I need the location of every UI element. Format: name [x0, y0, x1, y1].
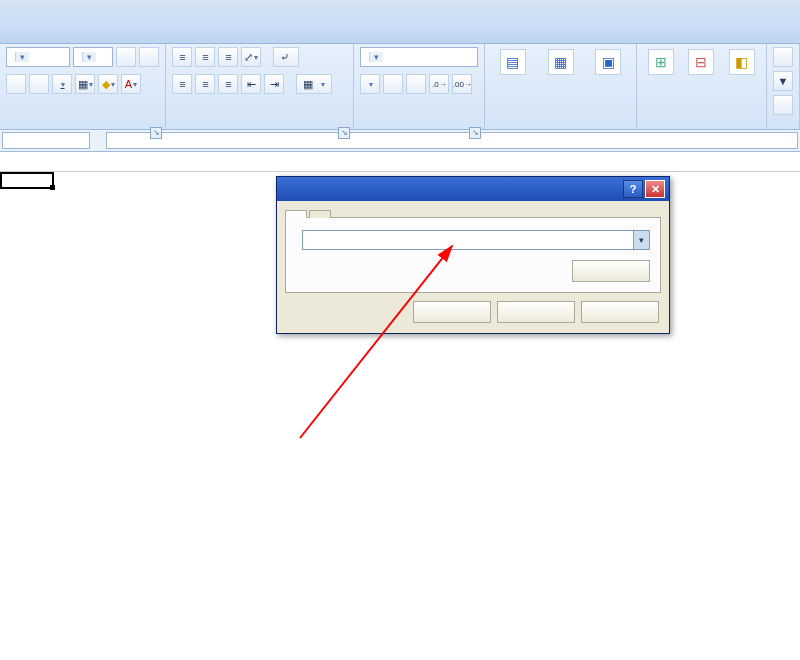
- format-cell-button[interactable]: ◧: [724, 47, 760, 77]
- number-format-combo[interactable]: ▾: [360, 47, 478, 67]
- formula-bar: [0, 130, 800, 152]
- font-size-combo[interactable]: ▾: [73, 47, 113, 67]
- menu-bar: [0, 20, 800, 44]
- find-all-button[interactable]: [413, 301, 491, 323]
- help-button[interactable]: ?: [623, 180, 643, 198]
- fill-color-button[interactable]: ◆: [98, 74, 118, 94]
- group-cells: ⊞ ⊟ ◧: [637, 44, 767, 129]
- indent-button[interactable]: ⇥: [264, 74, 284, 94]
- cell-style-button[interactable]: ▣: [586, 47, 630, 77]
- align-top-button[interactable]: ≡: [172, 47, 192, 67]
- find-replace-dialog: ? ✕ ▾: [276, 176, 670, 334]
- group-number: ▾ .0→ .00→ ↘: [354, 44, 485, 129]
- ribbon: ▾ ▾ ▦ ◆ A ↘ ≡ ≡ ≡ ⤢ ⤶: [0, 44, 800, 130]
- chevron-down-icon[interactable]: ▾: [633, 231, 649, 249]
- table-format-icon: ▦: [548, 49, 574, 75]
- comma-button[interactable]: [406, 74, 426, 94]
- merge-center-button[interactable]: ▦▾: [296, 74, 332, 94]
- chevron-down-icon[interactable]: ▾: [369, 52, 383, 62]
- fx-label[interactable]: [92, 130, 104, 151]
- delete-icon: ⊟: [688, 49, 714, 75]
- clear-button[interactable]: [773, 95, 793, 115]
- shrink-font-button[interactable]: [139, 47, 159, 67]
- tab-replace[interactable]: [309, 210, 331, 218]
- merge-icon: ▦: [303, 78, 313, 91]
- tab-find[interactable]: [285, 210, 307, 218]
- font-color-button[interactable]: A: [121, 74, 141, 94]
- fill-button[interactable]: ▼: [773, 71, 793, 91]
- wrap-text-button[interactable]: ⤶: [273, 47, 299, 67]
- chevron-down-icon[interactable]: ▾: [82, 52, 96, 62]
- grow-font-button[interactable]: [116, 47, 136, 67]
- align-middle-button[interactable]: ≡: [195, 47, 215, 67]
- conditional-format-button[interactable]: ▤: [491, 47, 535, 77]
- format-icon: ◧: [729, 49, 755, 75]
- find-input-combo[interactable]: ▾: [302, 230, 650, 250]
- dialog-launcher-icon[interactable]: ↘: [150, 127, 162, 139]
- bold-button[interactable]: [6, 74, 26, 94]
- orientation-button[interactable]: ⤢: [241, 47, 261, 67]
- group-styles: ▤ ▦ ▣: [485, 44, 637, 129]
- options-button[interactable]: [572, 260, 650, 282]
- border-button[interactable]: ▦: [75, 74, 95, 94]
- font-name-combo[interactable]: ▾: [6, 47, 70, 67]
- delete-cell-button[interactable]: ⊟: [683, 47, 719, 77]
- align-left-button[interactable]: ≡: [172, 74, 192, 94]
- increase-decimal-button[interactable]: .0→: [429, 74, 449, 94]
- format-table-button[interactable]: ▦: [539, 47, 583, 77]
- title-bar: [0, 0, 800, 20]
- percent-button[interactable]: [383, 74, 403, 94]
- conditional-format-icon: ▤: [500, 49, 526, 75]
- group-align: ≡ ≡ ≡ ⤢ ⤶ ≡ ≡ ≡ ⇤ ⇥ ▦▾ ↘: [166, 44, 354, 129]
- dialog-title-bar[interactable]: ? ✕: [277, 177, 669, 201]
- name-box[interactable]: [2, 132, 90, 149]
- align-center-button[interactable]: ≡: [195, 74, 215, 94]
- dialog-launcher-icon[interactable]: ↘: [469, 127, 481, 139]
- group-font: ▾ ▾ ▦ ◆ A ↘: [0, 44, 166, 129]
- close-button[interactable]: [581, 301, 659, 323]
- close-icon[interactable]: ✕: [645, 180, 665, 198]
- dialog-launcher-icon[interactable]: ↘: [338, 127, 350, 139]
- find-next-button[interactable]: [497, 301, 575, 323]
- cell-style-icon: ▣: [595, 49, 621, 75]
- formula-input[interactable]: [106, 132, 798, 149]
- currency-button[interactable]: [360, 74, 380, 94]
- group-edit: ▼: [767, 44, 800, 129]
- insert-cell-button[interactable]: ⊞: [643, 47, 679, 77]
- selected-cell[interactable]: [0, 172, 54, 189]
- italic-button[interactable]: [29, 74, 49, 94]
- chevron-down-icon[interactable]: ▾: [15, 52, 29, 62]
- find-input[interactable]: [303, 231, 633, 249]
- insert-icon: ⊞: [648, 49, 674, 75]
- outdent-button[interactable]: ⇤: [241, 74, 261, 94]
- decrease-decimal-button[interactable]: .00→: [452, 74, 472, 94]
- align-right-button[interactable]: ≡: [218, 74, 238, 94]
- underline-button[interactable]: [52, 74, 72, 94]
- align-bottom-button[interactable]: ≡: [218, 47, 238, 67]
- wrap-icon: ⤶: [280, 51, 289, 64]
- autosum-button[interactable]: [773, 47, 793, 67]
